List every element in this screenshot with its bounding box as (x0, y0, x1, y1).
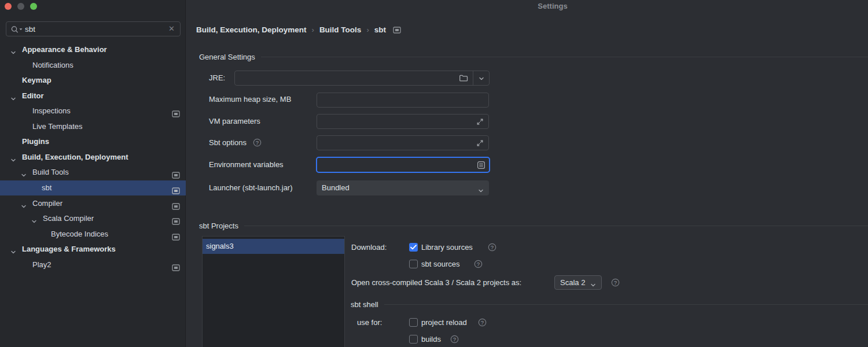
library-sources-label[interactable]: Library sources (421, 243, 473, 252)
breadcrumb-separator: › (312, 25, 314, 34)
sbt-options-label-text: Sbt options (209, 138, 247, 147)
section-divider (384, 304, 868, 305)
svg-text:?: ? (256, 139, 259, 146)
jre-combobox[interactable] (234, 71, 490, 86)
sidebar-item-scala-compiler[interactable]: Scala Compiler (0, 211, 186, 226)
sidebar-item-build-execution-deployment[interactable]: Build, Execution, Deployment (0, 150, 186, 165)
breadcrumb-item[interactable]: Build, Execution, Deployment (196, 25, 307, 34)
sidebar-item-languages-frameworks[interactable]: Languages & Frameworks (0, 242, 186, 257)
sidebar-item-appearance-behavior[interactable]: Appearance & Behavior (0, 42, 186, 57)
help-icon[interactable]: ? (478, 318, 487, 327)
sidebar-item-editor[interactable]: Editor (0, 88, 186, 104)
vm-parameters-label: VM parameters (209, 114, 260, 129)
sbt-options-input[interactable] (317, 135, 489, 150)
minimize-window-button[interactable] (17, 3, 24, 10)
help-icon[interactable]: ? (253, 137, 262, 146)
builds-label[interactable]: builds (421, 335, 441, 344)
library-sources-checkbox[interactable] (409, 243, 418, 252)
sidebar-item-live-templates[interactable]: Live Templates (0, 119, 186, 134)
settings-sidebar: ✕ Appearance & Behavior Notifications Ke… (0, 0, 186, 347)
sidebar-item-label: Languages & Frameworks (22, 242, 116, 257)
general-settings-section-header: General Settings (199, 49, 868, 64)
jre-label: JRE: (209, 71, 225, 86)
launcher-label: Launcher (sbt-launch.jar) (209, 180, 293, 195)
sbt-projects-section-header: sbt Projects (199, 218, 868, 233)
combo-divider (473, 71, 473, 85)
search-input[interactable] (25, 23, 158, 35)
sidebar-item-label: Bytecode Indices (51, 227, 108, 242)
svg-text:?: ? (453, 336, 456, 342)
breadcrumb-separator: › (366, 25, 369, 34)
sbt-options-label: Sbt options ? (209, 135, 258, 150)
section-divider (244, 226, 868, 226)
sidebar-item-play2[interactable]: Play2 (0, 257, 186, 272)
close-window-button[interactable] (5, 3, 12, 10)
help-icon[interactable]: ? (488, 243, 496, 252)
sidebar-item-label: Build Tools (32, 165, 69, 180)
search-icon[interactable] (10, 25, 23, 35)
builds-checkbox[interactable] (409, 335, 418, 344)
breadcrumb-item[interactable]: sbt (374, 25, 386, 34)
sbt-sources-checkbox[interactable] (409, 260, 418, 268)
settings-search-field[interactable]: ✕ (6, 21, 181, 36)
expand-field-icon[interactable] (476, 139, 484, 149)
svg-text:?: ? (491, 244, 494, 250)
clear-search-icon[interactable]: ✕ (168, 24, 175, 33)
sidebar-item-notifications[interactable]: Notifications (0, 58, 186, 73)
svg-text:?: ? (477, 261, 480, 267)
help-icon[interactable]: ? (611, 278, 620, 287)
help-icon[interactable]: ? (474, 260, 483, 268)
zoom-window-button[interactable] (30, 3, 37, 10)
max-heap-label: Maximum heap size, MB (209, 92, 291, 107)
list-item[interactable]: signals3 (203, 239, 344, 254)
section-title: sbt shell (351, 300, 378, 309)
breadcrumb: Build, Execution, Deployment›Build Tools… (196, 24, 401, 36)
sidebar-item-label: Build, Execution, Deployment (22, 150, 128, 165)
launcher-select[interactable]: Bundled (317, 180, 489, 195)
expand-field-icon[interactable] (476, 118, 484, 127)
cross-compiled-value: Scala 2 (560, 276, 585, 289)
folder-icon[interactable] (459, 74, 468, 84)
chevron-down-icon (590, 279, 597, 293)
sidebar-item-label: Appearance & Behavior (22, 42, 107, 57)
svg-text:?: ? (481, 319, 484, 326)
env-variables-label: Environment variables (209, 157, 284, 172)
browse-variables-icon[interactable] (477, 161, 486, 171)
sidebar-item-label: Play2 (32, 257, 52, 272)
sidebar-item-keymap[interactable]: Keymap (0, 73, 186, 88)
sidebar-item-inspections[interactable]: Inspections (0, 104, 186, 119)
settings-page-icon (393, 25, 401, 37)
sbt-projects-list[interactable]: signals3 (202, 236, 345, 347)
sbt-shell-section-header: sbt shell (351, 297, 868, 312)
chevron-down-icon[interactable] (478, 75, 485, 84)
sidebar-item-bytecode-indices[interactable]: Bytecode Indices (0, 227, 186, 242)
sidebar-item-sbt[interactable]: sbt (0, 180, 186, 195)
sidebar-item-label: Compiler (32, 196, 62, 211)
sidebar-item-compiler[interactable]: Compiler (0, 196, 186, 211)
settings-window: ✕ Appearance & Behavior Notifications Ke… (0, 0, 868, 347)
sidebar-item-label: Live Templates (32, 119, 82, 134)
project-reload-label[interactable]: project reload (421, 318, 467, 327)
cross-compiled-label: Open cross-compiled Scala 3 / Scala 2 pr… (351, 278, 521, 287)
env-variables-input[interactable] (316, 157, 490, 173)
sidebar-item-plugins[interactable]: Plugins (0, 134, 186, 149)
chevron-down-icon (477, 184, 484, 200)
section-title: General Settings (199, 53, 255, 61)
vm-parameters-input[interactable] (317, 114, 489, 129)
sidebar-item-build-tools[interactable]: Build Tools (0, 165, 186, 180)
download-label: Download: (351, 243, 387, 252)
sidebar-item-label: Scala Compiler (43, 211, 94, 226)
max-heap-input[interactable] (317, 93, 489, 108)
sidebar-item-label: sbt (42, 180, 52, 195)
sidebar-item-label: Plugins (22, 134, 49, 149)
sidebar-item-label: Notifications (32, 58, 73, 73)
breadcrumb-item[interactable]: Build Tools (319, 25, 362, 34)
sbt-sources-label[interactable]: sbt sources (421, 260, 459, 268)
svg-text:?: ? (614, 279, 617, 286)
sidebar-item-label: Keymap (22, 73, 52, 88)
settings-content: Build, Execution, Deployment›Build Tools… (186, 0, 868, 347)
help-icon[interactable]: ? (450, 335, 459, 344)
cross-compiled-select[interactable]: Scala 2 (554, 275, 602, 290)
section-divider (261, 57, 868, 57)
project-reload-checkbox[interactable] (409, 318, 418, 327)
